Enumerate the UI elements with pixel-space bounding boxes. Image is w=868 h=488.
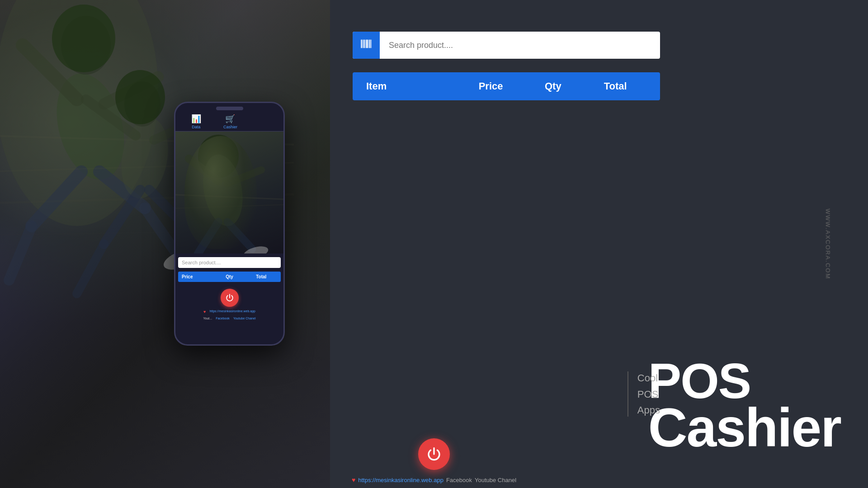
phone-mockup: 📊 Data 🛒 Cashier <box>174 102 285 346</box>
tagline-text: Cool POS Apps <box>637 370 660 418</box>
phone-social-links: Yout... Facebook Youtube Chanel <box>202 317 258 320</box>
col-header-price: Price <box>460 80 522 92</box>
phone-nav-extra <box>259 114 268 129</box>
phone-dancer-shape <box>184 136 257 249</box>
footer-youtube[interactable]: Youtube Chanel <box>475 477 516 483</box>
barcode-icon <box>360 38 373 53</box>
phone-nav: 📊 Data 🛒 Cashier <box>175 110 283 131</box>
search-container <box>353 32 660 59</box>
phone-notch <box>216 107 243 110</box>
phone-nav-data-label: Data <box>192 125 200 129</box>
phone-search-placeholder: Search product.... <box>182 260 221 265</box>
svg-rect-39 <box>366 40 368 48</box>
main-power-button[interactable] <box>418 438 450 470</box>
brand-pos-text: POS <box>648 358 841 403</box>
phone-search-bar[interactable]: Search product.... <box>178 257 281 268</box>
phone-col-total: Total <box>245 274 277 279</box>
phone-power-button[interactable] <box>221 289 239 307</box>
svg-rect-42 <box>371 40 372 48</box>
data-nav-icon: 📊 <box>191 114 201 124</box>
col-header-item: Item <box>366 80 460 92</box>
footer-url[interactable]: https://mesinkasironline.web.app <box>358 477 443 483</box>
tagline-apps: Apps <box>637 402 660 418</box>
svg-rect-35 <box>361 40 362 48</box>
phone-youtube-channel-link[interactable]: Youtube Chanel <box>233 317 256 320</box>
phone-nav-data[interactable]: 📊 Data <box>191 114 201 129</box>
svg-rect-41 <box>369 40 370 48</box>
phone-nav-cashier-label: Cashier <box>223 125 237 129</box>
extra-nav-icon <box>259 114 268 122</box>
col-header-qty: Qty <box>522 80 584 92</box>
phone-col-price: Price <box>182 274 213 279</box>
phone-product-image <box>175 131 283 253</box>
branding-section: POS Cashier <box>648 358 841 452</box>
svg-rect-40 <box>368 40 369 48</box>
table-header: Item Price Qty Total <box>353 72 660 100</box>
phone-url-link[interactable]: https://mesinkasironline.web.app <box>209 310 255 314</box>
phone-footer-links: ♥ https://mesinkasironline.web.app <box>202 310 257 314</box>
cashier-nav-icon: 🛒 <box>225 114 235 124</box>
tagline-pos: POS <box>637 386 660 402</box>
cool-pos-section: Cool POS Apps <box>627 370 660 418</box>
search-input[interactable] <box>380 41 660 50</box>
phone-col-qty: Qty <box>213 274 245 279</box>
phone-facebook-link[interactable]: Facebook <box>216 317 230 320</box>
phone-nav-cashier[interactable]: 🛒 Cashier <box>223 114 237 129</box>
tagline-cool: Cool <box>637 370 660 386</box>
divider-line <box>627 371 628 417</box>
footer-facebook[interactable]: Facebook <box>446 477 472 483</box>
brand-cashier-text: Cashier <box>648 403 841 452</box>
watermark-text: WWW.AXCORA.COM <box>825 209 831 280</box>
phone-power-area: ♥ https://mesinkasironline.web.app Yout.… <box>175 282 283 324</box>
svg-rect-37 <box>363 40 364 48</box>
footer-heart-icon: ♥ <box>352 476 355 483</box>
svg-rect-38 <box>365 40 366 48</box>
footer-links: ♥ https://mesinkasironline.web.app Faceb… <box>352 476 516 483</box>
main-power-button-container <box>418 438 450 470</box>
phone-youtube-link[interactable]: Yout... <box>203 317 212 320</box>
phone-table-header: Price Qty Total <box>178 272 281 282</box>
power-icon <box>427 447 441 461</box>
barcode-scanner-box <box>353 32 380 59</box>
left-background-section: 📊 Data 🛒 Cashier <box>0 0 330 488</box>
col-header-total: Total <box>584 80 646 92</box>
svg-rect-36 <box>363 40 363 48</box>
phone-heart-icon: ♥ <box>203 310 206 314</box>
